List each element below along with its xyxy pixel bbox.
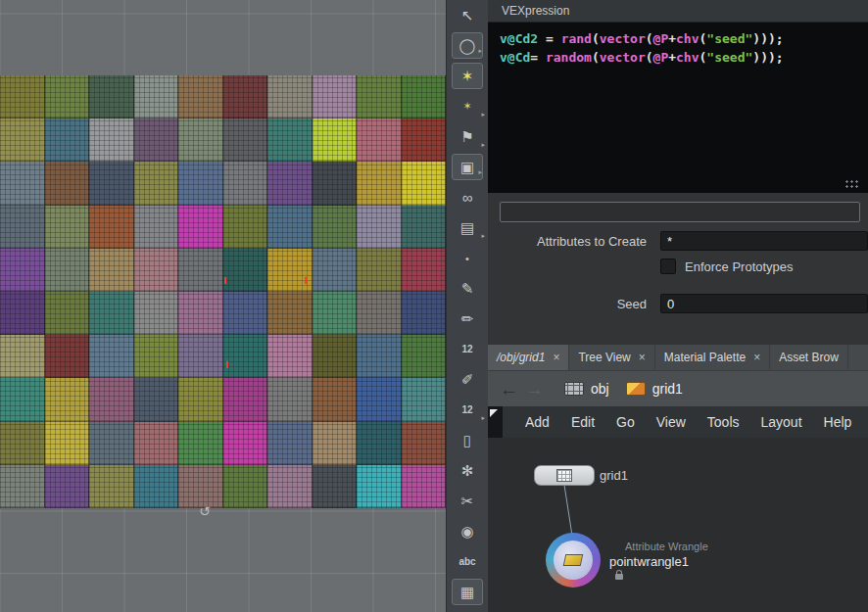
parameter-panel: Attributes to Create Enforce Prototypes … bbox=[488, 193, 868, 313]
geometry-quad bbox=[313, 75, 358, 118]
geometry-quad bbox=[45, 206, 90, 249]
spectacles-icon[interactable]: ∞ bbox=[450, 182, 485, 212]
geometry-quad bbox=[45, 378, 90, 421]
tab-label: Material Palette bbox=[664, 351, 746, 364]
geometry-quad bbox=[0, 422, 45, 465]
camera-icon[interactable]: ▣▸ bbox=[452, 154, 483, 180]
tab-asset-brow[interactable]: Asset Brow bbox=[770, 345, 848, 370]
path-item-obj[interactable]: obj bbox=[591, 381, 609, 397]
tab-tree-view[interactable]: Tree View× bbox=[569, 345, 654, 370]
text-abc-icon[interactable]: abc bbox=[450, 546, 485, 577]
lights-icon-glyph: ✶ bbox=[461, 68, 474, 85]
geometry-quad bbox=[134, 292, 179, 335]
geometry-quad bbox=[0, 249, 45, 292]
geometry-quad bbox=[0, 75, 45, 118]
prim-count-icon[interactable]: 12▸ bbox=[450, 395, 485, 425]
draw-tool-icon[interactable]: ✎ bbox=[450, 273, 485, 304]
seed-field[interactable] bbox=[660, 294, 868, 313]
geometry-quad bbox=[357, 118, 402, 162]
seed-row: Seed bbox=[488, 294, 868, 313]
geometry-quad bbox=[0, 378, 45, 421]
snapshot-image-icon[interactable]: ▦ bbox=[452, 579, 483, 605]
view-tool-icon[interactable]: ◯▸ bbox=[452, 32, 483, 59]
enforce-prototypes-checkbox[interactable] bbox=[660, 259, 676, 274]
geometry-quad bbox=[178, 378, 223, 421]
point-count-icon[interactable]: 12 bbox=[450, 334, 485, 364]
geometry-quad bbox=[45, 75, 90, 118]
menu-layout[interactable]: Layout bbox=[750, 406, 813, 438]
network-editor[interactable]: grid1 Attribute Wrangle pointwrangle1 bbox=[488, 438, 868, 612]
geometry-quad bbox=[402, 335, 447, 378]
ruler-icon[interactable]: ▯ bbox=[450, 425, 485, 455]
grid1-node-label: grid1 bbox=[600, 468, 628, 483]
geometry-quad bbox=[223, 249, 268, 292]
geometry-quad bbox=[89, 422, 134, 465]
pane-control[interactable] bbox=[488, 406, 503, 438]
knife-icon[interactable]: ✂ bbox=[450, 486, 485, 516]
geometry-quad bbox=[402, 206, 447, 249]
point-count-icon-glyph: 12 bbox=[461, 344, 472, 354]
geometry-quad bbox=[267, 206, 313, 249]
tab-material-palette[interactable]: Material Palette× bbox=[655, 345, 770, 370]
geometry-quad bbox=[223, 465, 268, 508]
tab-close-icon[interactable]: × bbox=[753, 351, 760, 364]
prim-count-icon-glyph: 12 bbox=[461, 404, 472, 415]
pane-layout-icon[interactable]: ▤▸ bbox=[450, 212, 485, 243]
node-wire bbox=[488, 438, 868, 612]
attributes-to-create-field[interactable] bbox=[660, 231, 868, 251]
forward-button[interactable]: → bbox=[525, 380, 544, 399]
geometry-quad bbox=[402, 118, 447, 162]
menu-go[interactable]: Go bbox=[605, 406, 646, 438]
geometry-quad bbox=[0, 335, 45, 378]
grid-node-icon bbox=[556, 469, 572, 482]
menu-view[interactable]: View bbox=[646, 406, 697, 438]
snippet-input[interactable] bbox=[500, 202, 860, 222]
geometry-quad bbox=[134, 422, 179, 465]
geometry-quad bbox=[223, 292, 268, 335]
dot-icon-glyph: • bbox=[465, 253, 469, 264]
tab-obj-grid1[interactable]: /obj/grid1× bbox=[488, 345, 569, 370]
sphere-icon[interactable]: ◉ bbox=[450, 516, 485, 546]
geometry-quad bbox=[267, 465, 313, 508]
path-item-grid1[interactable]: grid1 bbox=[652, 381, 683, 397]
geometry-quad bbox=[89, 249, 134, 292]
geometry-quad bbox=[267, 292, 313, 335]
light-pin-icon[interactable]: ⚑▸ bbox=[450, 121, 485, 152]
network-pane: /obj/grid1×Tree View×Material Palette×As… bbox=[488, 345, 868, 612]
snap-points-icon[interactable]: ✻ bbox=[450, 455, 485, 486]
geometry-quad bbox=[89, 75, 134, 118]
select-arrow-icon[interactable]: ↖ bbox=[450, 0, 485, 30]
tab-close-icon[interactable]: × bbox=[553, 351, 559, 364]
geometry-quad bbox=[402, 422, 447, 465]
menu-help[interactable]: Help bbox=[813, 406, 863, 438]
text-abc-icon-glyph: abc bbox=[458, 556, 475, 567]
brush-tool-icon[interactable]: ✏ bbox=[450, 304, 485, 334]
node-grid1[interactable] bbox=[534, 465, 595, 486]
lights-icon[interactable]: ✶ bbox=[452, 63, 483, 89]
scene-viewport[interactable]: ↺ bbox=[0, 0, 446, 612]
vex-code-editor[interactable]: v@Cd2 = rand(vector(@P+chv("seed")));v@C… bbox=[488, 23, 868, 193]
geometry-quad bbox=[402, 162, 447, 205]
pane-expand-icon bbox=[490, 409, 498, 417]
back-button[interactable]: ← bbox=[500, 380, 518, 399]
geometry-quad bbox=[178, 465, 223, 508]
geometry-quad bbox=[89, 292, 134, 335]
geometry-color-grid bbox=[0, 75, 446, 508]
paint-tool-icon[interactable]: ✐ bbox=[450, 364, 485, 395]
geometry-quad bbox=[45, 118, 90, 162]
menu-row: AddEditGoViewToolsLayoutHelp bbox=[488, 406, 868, 438]
geometry-quad bbox=[45, 292, 90, 335]
seed-label: Seed bbox=[488, 297, 647, 311]
geometry-quad bbox=[89, 118, 134, 162]
node-pointwrangle1[interactable] bbox=[546, 533, 601, 588]
menu-tools[interactable]: Tools bbox=[697, 406, 750, 438]
dot-icon[interactable]: • bbox=[450, 243, 485, 273]
menu-add[interactable]: Add bbox=[514, 406, 560, 438]
menu-edit[interactable]: Edit bbox=[560, 406, 605, 438]
enforce-prototypes-row: Enforce Prototypes bbox=[488, 259, 868, 274]
submenu-arrow-icon: ▸ bbox=[478, 47, 482, 55]
resize-grip-icon[interactable] bbox=[844, 179, 859, 188]
tab-close-icon[interactable]: × bbox=[639, 351, 646, 364]
headlight-icon[interactable]: ✶▸ bbox=[450, 91, 485, 121]
attributes-to-create-row: Attributes to Create bbox=[488, 231, 868, 251]
